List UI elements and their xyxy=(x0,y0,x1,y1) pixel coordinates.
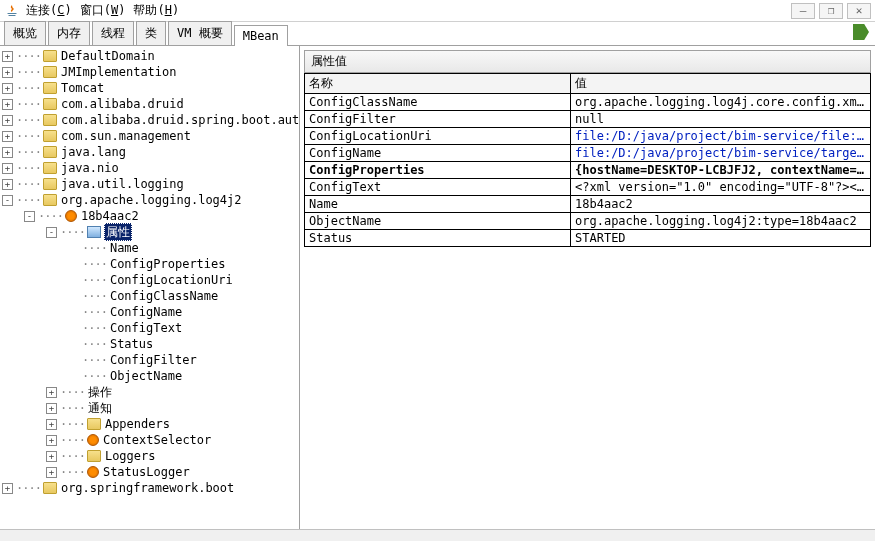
expand-icon[interactable]: + xyxy=(2,67,13,78)
tree-leaf[interactable]: ····ConfigLocationUri xyxy=(2,272,297,288)
tree-node[interactable]: +····com.sun.management xyxy=(2,128,297,144)
expand-icon[interactable]: + xyxy=(2,115,13,126)
tree-node[interactable]: +····DefaultDomain xyxy=(2,48,297,64)
tree-node[interactable]: +····操作 xyxy=(2,384,297,400)
expand-icon[interactable]: + xyxy=(2,51,13,62)
tree-node[interactable]: +····StatusLogger xyxy=(2,464,297,480)
bean-icon xyxy=(65,210,77,222)
expand-icon[interactable]: + xyxy=(2,99,13,110)
connect-arrow-icon[interactable] xyxy=(853,24,869,40)
attr-name: Status xyxy=(305,230,571,247)
tree-node[interactable]: +····java.nio xyxy=(2,160,297,176)
tree-leaf[interactable]: ····Name xyxy=(2,240,297,256)
expand-icon[interactable]: + xyxy=(46,435,57,446)
tree-node[interactable]: +····JMImplementation xyxy=(2,64,297,80)
tree-node[interactable]: +····Loggers xyxy=(2,448,297,464)
collapse-icon[interactable]: - xyxy=(46,227,57,238)
col-value[interactable]: 值 xyxy=(571,74,871,94)
folder-icon xyxy=(43,98,57,110)
expand-icon[interactable]: + xyxy=(2,163,13,174)
attr-value: {hostName=DESKTOP-LCBJFJ2, contextName=.… xyxy=(571,162,871,179)
folder-icon xyxy=(43,146,57,158)
table-row[interactable]: Name18b4aac2 xyxy=(305,196,871,213)
expand-icon[interactable]: + xyxy=(46,451,57,462)
tree-node[interactable]: +····ContextSelector xyxy=(2,432,297,448)
table-row[interactable]: ConfigProperties{hostName=DESKTOP-LCBJFJ… xyxy=(305,162,871,179)
attributes-panel-header: 属性值 xyxy=(304,50,871,73)
tab-classes[interactable]: 类 xyxy=(136,21,166,45)
table-row[interactable]: ObjectNameorg.apache.logging.log4j2:type… xyxy=(305,213,871,230)
tab-vm[interactable]: VM 概要 xyxy=(168,21,232,45)
tree-leaf[interactable]: ····ConfigClassName xyxy=(2,288,297,304)
table-row[interactable]: ConfigLocationUrifile:/D:/java/project/b… xyxy=(305,128,871,145)
expand-icon[interactable]: + xyxy=(2,147,13,158)
tree-node[interactable]: +····com.alibaba.druid.spring.boot.autoc… xyxy=(2,112,297,128)
attributes-table: 名称 值 ConfigClassNameorg.apache.logging.l… xyxy=(304,73,871,247)
folder-icon xyxy=(43,130,57,142)
collapse-icon[interactable]: - xyxy=(24,211,35,222)
expand-icon[interactable]: + xyxy=(2,483,13,494)
tree-leaf[interactable]: ····ObjectName xyxy=(2,368,297,384)
attr-value: STARTED xyxy=(571,230,871,247)
folder-icon xyxy=(43,114,57,126)
expand-icon[interactable]: + xyxy=(46,387,57,398)
attr-value: file:/D:/java/project/bim-service/file:/… xyxy=(571,128,871,145)
tree-node[interactable]: -····18b4aac2 xyxy=(2,208,297,224)
maximize-button[interactable]: ❐ xyxy=(819,3,843,19)
menu-window[interactable]: 窗口(W) xyxy=(80,2,126,19)
minimize-button[interactable]: — xyxy=(791,3,815,19)
expand-icon[interactable]: + xyxy=(46,403,57,414)
tree-node-selected[interactable]: -····属性 xyxy=(2,224,297,240)
menu-connect[interactable]: 连接(C) xyxy=(26,2,72,19)
expand-icon[interactable]: + xyxy=(46,419,57,430)
tree-node[interactable]: +····通知 xyxy=(2,400,297,416)
expand-icon[interactable]: + xyxy=(2,131,13,142)
expand-icon[interactable]: + xyxy=(46,467,57,478)
attr-value: null xyxy=(571,111,871,128)
attr-value: <?xml version="1.0" encoding="UTF-8"?><!… xyxy=(571,179,871,196)
tab-threads[interactable]: 线程 xyxy=(92,21,134,45)
col-name[interactable]: 名称 xyxy=(305,74,571,94)
expand-icon[interactable]: + xyxy=(2,179,13,190)
tree-leaf[interactable]: ····Status xyxy=(2,336,297,352)
attr-name: ConfigClassName xyxy=(305,94,571,111)
tree-node[interactable]: +····java.util.logging xyxy=(2,176,297,192)
folder-icon xyxy=(43,162,57,174)
table-row[interactable]: ConfigText<?xml version="1.0" encoding="… xyxy=(305,179,871,196)
table-row[interactable]: StatusSTARTED xyxy=(305,230,871,247)
attributes-icon xyxy=(87,226,101,238)
folder-icon xyxy=(43,50,57,62)
tab-memory[interactable]: 内存 xyxy=(48,21,90,45)
tree-node[interactable]: +····Tomcat xyxy=(2,80,297,96)
bean-icon xyxy=(87,434,99,446)
tree-leaf[interactable]: ····ConfigFilter xyxy=(2,352,297,368)
folder-icon xyxy=(43,82,57,94)
menu-help[interactable]: 帮助(H) xyxy=(133,2,179,19)
java-icon xyxy=(4,3,20,19)
tab-mbean[interactable]: MBean xyxy=(234,25,288,46)
tree-node[interactable]: +····org.springframework.boot xyxy=(2,480,297,496)
folder-icon xyxy=(43,178,57,190)
tab-overview[interactable]: 概览 xyxy=(4,21,46,45)
attr-name: ConfigText xyxy=(305,179,571,196)
table-row[interactable]: ConfigFilternull xyxy=(305,111,871,128)
attr-value: 18b4aac2 xyxy=(571,196,871,213)
folder-icon xyxy=(43,482,57,494)
statusbar xyxy=(0,529,875,541)
attr-value: org.apache.logging.log4j.core.config.xml… xyxy=(571,94,871,111)
tree-node[interactable]: +····com.alibaba.druid xyxy=(2,96,297,112)
table-row[interactable]: ConfigNamefile:/D:/java/project/bim-serv… xyxy=(305,145,871,162)
tree-leaf[interactable]: ····ConfigText xyxy=(2,320,297,336)
table-row[interactable]: ConfigClassNameorg.apache.logging.log4j.… xyxy=(305,94,871,111)
expand-icon[interactable]: + xyxy=(2,83,13,94)
attr-name: ConfigLocationUri xyxy=(305,128,571,145)
attr-name: ObjectName xyxy=(305,213,571,230)
collapse-icon[interactable]: - xyxy=(2,195,13,206)
tree-leaf[interactable]: ····ConfigProperties xyxy=(2,256,297,272)
tree-node[interactable]: +····java.lang xyxy=(2,144,297,160)
tree-node[interactable]: +····Appenders xyxy=(2,416,297,432)
close-button[interactable]: ✕ xyxy=(847,3,871,19)
tree-node[interactable]: -····org.apache.logging.log4j2 xyxy=(2,192,297,208)
tree-leaf[interactable]: ····ConfigName xyxy=(2,304,297,320)
mbean-tree[interactable]: +····DefaultDomain +····JMImplementation… xyxy=(0,46,300,529)
